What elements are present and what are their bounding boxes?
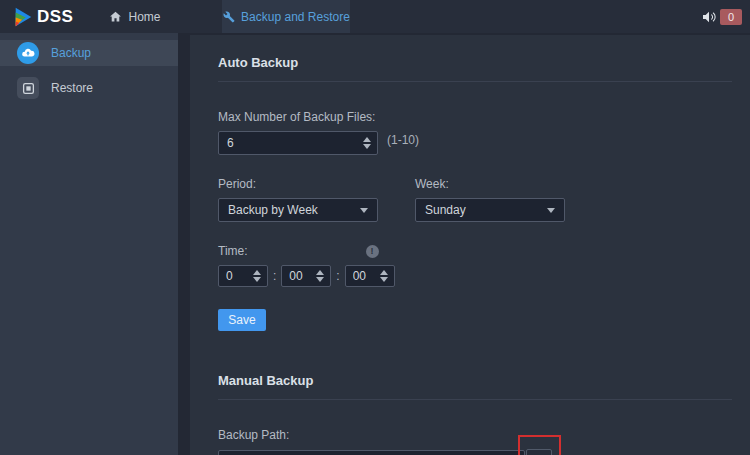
week-label: Week: — [415, 177, 565, 191]
tab-backup-and-restore[interactable]: Backup and Restore — [222, 0, 350, 33]
spinner-up-icon[interactable] — [316, 270, 324, 275]
week-value: Sunday — [425, 203, 466, 217]
backup-path-row — [218, 449, 732, 455]
time-label: Time: — [218, 244, 248, 258]
time-hour-field — [218, 265, 268, 287]
time-separator: : — [336, 269, 339, 283]
sidebar-item-backup-label: Backup — [51, 46, 91, 60]
spinner-up-icon[interactable] — [363, 137, 371, 142]
time-second-stepper[interactable] — [380, 270, 394, 282]
home-icon — [109, 10, 122, 23]
wrench-icon — [223, 11, 235, 23]
auto-backup-section-title: Auto Backup — [218, 55, 732, 82]
time-minute-input[interactable] — [282, 269, 316, 283]
tab-home-label: Home — [128, 10, 160, 24]
max-files-label: Max Number of Backup Files: — [218, 110, 732, 124]
spinner-up-icon[interactable] — [253, 270, 261, 275]
max-files-input[interactable] — [219, 136, 363, 150]
topbar-right: 0 — [701, 0, 750, 33]
tab-active-label: Backup and Restore — [241, 10, 350, 24]
backup-settings-panel: Auto Backup Max Number of Backup Files: … — [190, 35, 750, 455]
tab-home[interactable]: Home — [99, 0, 170, 33]
time-second-field — [345, 265, 395, 287]
time-separator: : — [273, 269, 276, 283]
spinner-down-icon[interactable] — [380, 277, 388, 282]
alarm-count-badge[interactable]: 0 — [720, 9, 742, 25]
time-hour-input[interactable] — [219, 269, 253, 283]
restore-icon — [17, 77, 39, 99]
period-label: Period: — [218, 177, 415, 191]
caret-down-icon — [360, 208, 368, 213]
period-select[interactable]: Backup by Week — [218, 198, 378, 222]
sidebar-item-restore-label: Restore — [51, 81, 93, 95]
sidebar: Backup Restore — [0, 33, 178, 455]
backup-path-input[interactable] — [218, 450, 525, 455]
sidebar-item-restore[interactable]: Restore — [0, 75, 178, 101]
speaker-icon[interactable] — [701, 9, 717, 25]
period-value: Backup by Week — [228, 203, 318, 217]
info-icon[interactable]: ! — [366, 245, 379, 258]
save-button[interactable]: Save — [218, 309, 266, 331]
manual-backup-section-title: Manual Backup — [218, 373, 732, 400]
max-files-field — [218, 131, 378, 155]
browse-folder-button[interactable] — [526, 449, 552, 455]
spinner-up-icon[interactable] — [380, 270, 388, 275]
backup-path-label: Backup Path: — [218, 428, 732, 442]
cloud-upload-icon — [17, 42, 39, 64]
spinner-down-icon[interactable] — [316, 277, 324, 282]
app-logo: DSS — [0, 0, 83, 33]
top-bar: DSS Home Backup and Restore 0 — [0, 0, 750, 33]
sidebar-item-backup[interactable]: Backup — [0, 40, 178, 66]
time-minute-field — [281, 265, 331, 287]
time-second-input[interactable] — [346, 269, 380, 283]
time-minute-stepper[interactable] — [316, 270, 330, 282]
spinner-down-icon[interactable] — [253, 277, 261, 282]
spinner-down-icon[interactable] — [363, 144, 371, 149]
logo-text: DSS — [37, 7, 73, 27]
week-select[interactable]: Sunday — [415, 198, 565, 222]
max-files-stepper[interactable] — [363, 137, 377, 149]
caret-down-icon — [547, 208, 555, 213]
dss-logo-icon — [12, 6, 34, 28]
max-files-range-hint: (1-10) — [387, 133, 419, 147]
time-hour-stepper[interactable] — [253, 270, 267, 282]
